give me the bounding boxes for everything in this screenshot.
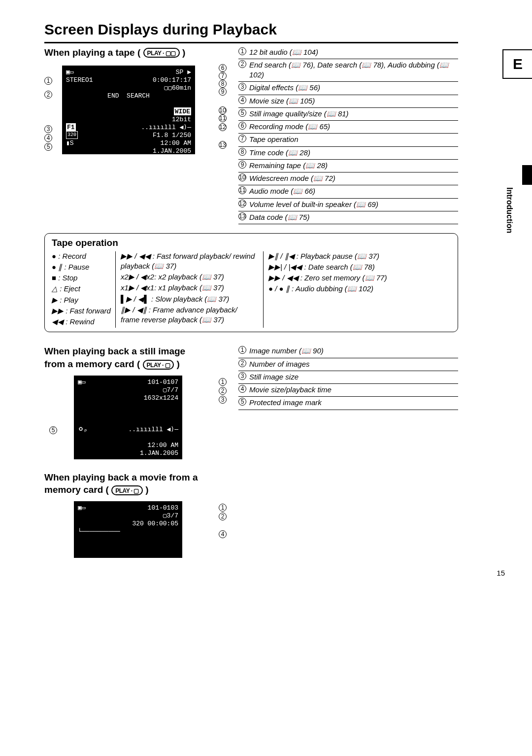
tape-col-2: ▶▶ / ◀◀ : Fast forward playback/ rewind …	[116, 251, 264, 328]
sec1-heading: When playing a tape ( PLAY · ▢▢ )	[44, 46, 227, 59]
def-num: 7	[238, 135, 246, 142]
play-tape-pill: PLAY · ▢▢	[143, 48, 180, 58]
osd-icon: ▣▭	[78, 504, 86, 512]
osd-remaining: ▢▢60min	[164, 84, 191, 92]
sec3-heading: When playing back a movie from a memory …	[44, 471, 227, 496]
osd-mov-time: 320 00:00:05	[132, 519, 178, 527]
callout-1: 1	[219, 503, 227, 512]
callout-1: 1	[219, 378, 227, 386]
tape-operation-box: Tape operation ● : Record ● ∥ : Pause ■ …	[44, 233, 458, 332]
callout-1: 1	[44, 76, 52, 85]
list-item: ▶▶ : Fast forward	[52, 306, 111, 316]
page-title: Screen Displays during Playback	[44, 20, 458, 43]
list-item: ▶▶ / ◀◀ : Zero set memory (📖 77)	[268, 273, 451, 283]
def-num: 4	[238, 96, 246, 104]
still-playback-screen: ▣▭101-0107 ▢7/7 1632x1224 ⭘ᵨ..ıııılll ◀)…	[74, 376, 182, 459]
osd-img-count: ▢7/7	[163, 386, 178, 394]
list-item: x1▶ / ◀x1: x1 playback (📖 37)	[121, 283, 258, 293]
osd-time: 12:00 AM	[161, 139, 191, 147]
sec3-heading-suf: )	[145, 484, 148, 495]
callout-5: 5	[49, 426, 57, 434]
osd-time: 12:00 AM	[148, 441, 178, 449]
osd-volume: ..ıııılll ◀)̶	[141, 123, 192, 131]
callout-7: 7	[219, 71, 227, 80]
osd-end-search: END SEARCH	[107, 92, 150, 100]
osd-12bit: 12bit	[172, 115, 191, 123]
sec3-heading-l1: When playing back a movie from a	[44, 471, 227, 484]
tape-col-3: ▶∥ / ∥◀ : Playback pause (📖 37) ▶▶| / |◀…	[264, 251, 451, 328]
play-card-pill: PLAY · ▢	[143, 360, 174, 370]
sec3-heading-pre: memory card (	[44, 484, 109, 495]
list-item: ▶ : Play	[52, 295, 111, 305]
def-num: 6	[238, 122, 246, 130]
def-text: Still image quality/size (📖 81)	[249, 109, 458, 119]
osd-timecode: 0:00:17:17	[153, 76, 191, 84]
def-text: Number of images	[249, 359, 458, 369]
callout-4: 4	[44, 134, 52, 142]
osd-volume: ..ıııılll ◀)̶	[129, 425, 179, 433]
osd-mov-count: ▢3/7	[163, 512, 178, 519]
osd-img-size: 1632x1224	[144, 394, 178, 402]
def-num: 2	[238, 359, 246, 367]
list-item: ● : Record	[52, 251, 111, 261]
def-num: 1	[238, 346, 246, 354]
def-num: 3	[238, 83, 246, 91]
sec1-heading-suf: )	[182, 47, 185, 58]
osd-mov-num: 101-0103	[148, 504, 178, 512]
def-num: 4	[238, 385, 246, 393]
callout-3: 3	[44, 125, 52, 133]
tape-playback-screen: ▣▭SP ▶ STEREO10:00:17:17 ▢▢60min END SEA…	[62, 66, 195, 154]
callout-6: 6	[219, 64, 227, 72]
callout-13: 13	[219, 140, 227, 149]
tape-op-heading: Tape operation	[52, 237, 451, 249]
sec2-heading: When playing back a still image from a m…	[44, 345, 227, 370]
list-item: ● ∥ : Pause	[52, 262, 111, 272]
osd-320: 320	[66, 131, 78, 139]
def-text: Time code (📖 28)	[249, 148, 458, 158]
osd-wide: WIDE	[174, 107, 191, 115]
def-num: 9	[238, 161, 246, 169]
osd-img-num: 101-0107	[148, 378, 178, 386]
def-num: 8	[238, 148, 246, 156]
page-number: 15	[497, 568, 505, 578]
list-item: ▌▶ / ◀▌ : Slow playback (📖 37)	[121, 294, 258, 304]
callout-11: 11	[219, 114, 227, 122]
def-num: 10	[238, 173, 246, 181]
sec2-heading-suf: )	[177, 359, 180, 369]
osd-rec-mode: SP ▶	[176, 68, 191, 76]
list-item: ■ : Stop	[52, 273, 111, 283]
osd-f1: F1	[66, 123, 76, 131]
callout-5: 5	[44, 142, 52, 151]
def-num: 5	[238, 109, 246, 117]
osd-progress: └──────────	[78, 527, 120, 535]
def-text: Data code (📖 75)	[249, 212, 458, 222]
def-text: Protected image mark	[249, 398, 458, 408]
def-text: Movie size (📖 105)	[249, 96, 458, 106]
callout-4: 4	[219, 530, 227, 538]
list-item: x2▶ / ◀x2: x2 playback (📖 37)	[121, 272, 258, 282]
tape-col-1: ● : Record ● ∥ : Pause ■ : Stop △ : Ejec…	[52, 251, 116, 328]
def-text: Image number (📖 90)	[249, 346, 458, 356]
sec2-definitions: 1Image number (📖 90) 2Number of images 3…	[238, 345, 458, 462]
language-marker: E	[502, 49, 532, 79]
callout-12: 12	[219, 123, 227, 131]
def-text: Audio mode (📖 66)	[249, 186, 458, 196]
osd-audio: STEREO1	[66, 76, 93, 84]
list-item: ▶▶| / |◀◀ : Date search (📖 78)	[268, 262, 451, 272]
list-item: ▶▶ / ◀◀ : Fast forward playback/ rewind …	[121, 251, 258, 272]
callout-3: 3	[219, 395, 227, 404]
section-label: Introduction	[504, 187, 515, 233]
def-num: 1	[238, 47, 246, 55]
sec2-heading-l1: When playing back a still image	[44, 345, 227, 358]
def-num: 5	[238, 398, 246, 406]
movie-playback-screen: ▣▭101-0103 ▢3/7 320 00:00:05 └──────────	[74, 501, 182, 558]
list-item: ◀◀ : Rewind	[52, 317, 111, 327]
def-text: Still image size	[249, 372, 458, 382]
osd-date: 1.JAN.2005	[140, 449, 178, 457]
def-text: 12 bit audio (📖 104)	[249, 47, 458, 57]
def-text: Remaining tape (📖 28)	[249, 161, 458, 171]
list-item: ▶∥ / ∥◀ : Playback pause (📖 37)	[268, 251, 451, 261]
list-item: ● / ● ∥ : Audio dubbing (📖 102)	[268, 284, 451, 294]
osd-date: 1.JAN.2005	[153, 147, 191, 155]
def-text: Volume level of built-in speaker (📖 69)	[249, 200, 458, 209]
